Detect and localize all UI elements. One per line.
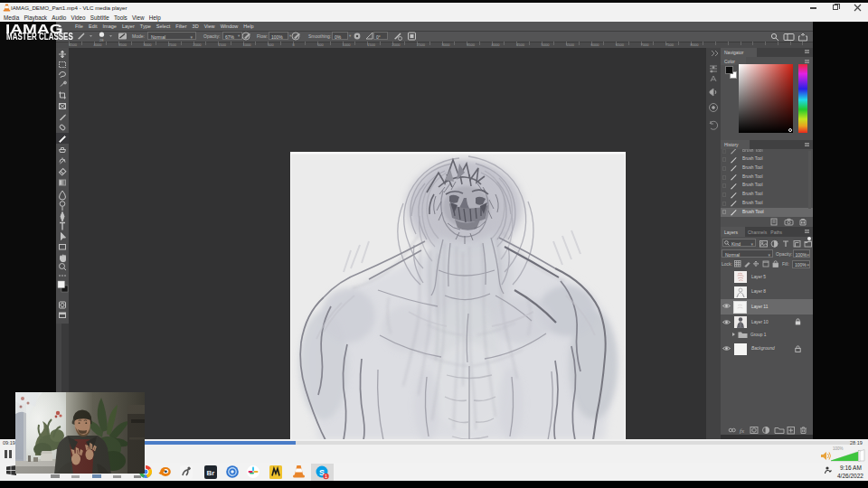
svg-text:Br: Br [207,468,215,476]
svg-text:fx: fx [740,427,745,435]
svg-text:1: 1 [325,474,327,479]
